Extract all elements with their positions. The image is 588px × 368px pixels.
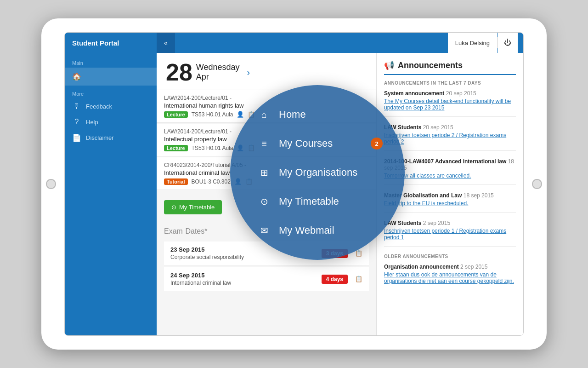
nav-item-courses[interactable]: ≡ My Courses 2 xyxy=(230,129,405,158)
ann-1-sender: System announcement xyxy=(384,90,444,97)
timetable-date-row: 28 Wednesday Apr › xyxy=(166,60,367,84)
older-section-label: OLDER ANNOUNCEMENTS xyxy=(384,254,516,259)
event-1-tag: Lecture xyxy=(164,111,188,118)
event-3-location: BOU1-3 C0.302 xyxy=(192,178,231,185)
sidebar-item-disclaimer[interactable]: 📄 Disclaimer xyxy=(65,130,157,146)
disclaimer-icon: 📄 xyxy=(72,133,81,142)
sidebar-item-feedback[interactable]: 🎙 Feedback xyxy=(65,98,157,114)
ann-older-1-link[interactable]: Hier staan dus ook de announcements van … xyxy=(384,271,516,284)
ann-older-1-sender: Organisation announcement xyxy=(384,264,459,270)
event-1-location: TS53 H0.01 Aula xyxy=(192,111,233,118)
exam-2-name: International criminal law xyxy=(170,280,317,286)
app-title: Student Portal xyxy=(65,33,157,53)
header-right: Luka Delsing ⏻ xyxy=(448,33,523,53)
timetable-month: Apr xyxy=(196,72,240,82)
nav-courses-icon: ≡ xyxy=(258,138,271,149)
ann-1-header: System announcement 20 sep 2015 xyxy=(384,90,516,97)
sidebar-more-label: More xyxy=(65,87,157,98)
sidebar-feedback-label: Feedback xyxy=(86,103,112,110)
timetable-btn-label: My Timetable xyxy=(179,204,215,211)
nav-timetable-icon: ⊙ xyxy=(258,196,271,207)
announcements-title: 📢 Announcements xyxy=(384,60,516,70)
nav-overlay-container: ⌂ Home ≡ My Courses 2 ⊞ My Organisations xyxy=(221,76,414,269)
timetable-day: Wednesday xyxy=(196,63,240,72)
feedback-icon: 🎙 xyxy=(72,102,81,110)
exam-2-icon: 📋 xyxy=(355,276,362,282)
exam-2-info: 24 Sep 2015 International criminal law xyxy=(170,272,317,286)
nav-item-organisations[interactable]: ⊞ My Organisations xyxy=(230,158,405,187)
announcements-heading: Announcements xyxy=(398,61,463,70)
sidebar-item-home[interactable]: 🏠 xyxy=(65,68,157,86)
nav-organisations-icon: ⊞ xyxy=(258,167,271,178)
ann-older-1-date: 2 sep 2015 xyxy=(460,264,487,270)
ann-2-date: 20 sep 2015 xyxy=(423,124,453,131)
exam-row-2: 24 Sep 2015 International criminal law 4… xyxy=(164,267,369,291)
header: Student Portal « Luka Delsing ⏻ xyxy=(65,33,523,53)
announcements-icon: 📢 xyxy=(384,60,394,70)
nav-home-icon: ⌂ xyxy=(258,109,271,120)
timetable-header: 28 Wednesday Apr › xyxy=(157,53,376,90)
exam-2-date: 24 Sep 2015 xyxy=(170,272,317,279)
home-icon: 🏠 xyxy=(72,72,81,81)
announcements-section-label: ANNOUNCEMENTS IN THE LAST 7 DAYS xyxy=(384,80,516,86)
nav-organisations-label: My Organisations xyxy=(279,167,357,178)
help-icon: ? xyxy=(72,118,81,126)
ann-1-date: 20 sep 2015 xyxy=(446,90,476,97)
collapse-button[interactable]: « xyxy=(157,33,175,53)
ann-older-1-header: Organisation announcement 2 sep 2015 xyxy=(384,264,516,270)
nav-webmail-icon: ✉ xyxy=(258,225,271,236)
announcements-divider xyxy=(384,74,516,75)
nav-webmail-label: My Webmail xyxy=(279,224,334,236)
sidebar-disclaimer-label: Disclaimer xyxy=(86,134,114,141)
timetable-date-info: Wednesday Apr xyxy=(196,63,240,82)
exam-title-bold: Exam xyxy=(164,227,183,235)
sidebar-item-help[interactable]: ? Help xyxy=(65,114,157,130)
nav-item-webmail[interactable]: ✉ My Webmail xyxy=(230,216,405,245)
event-3-tag: Tutorial xyxy=(164,178,188,185)
event-2-location: TS53 H0.01 Aula xyxy=(192,145,233,151)
nav-home-label: Home xyxy=(279,109,306,121)
exam-title-sub: Dates* xyxy=(185,227,207,235)
exam-1-icon: 📋 xyxy=(355,250,362,257)
event-2-tag: Lecture xyxy=(164,145,188,151)
ann-4-date: 18 sep 2015 xyxy=(464,192,494,199)
nav-overlay-circle[interactable]: ⌂ Home ≡ My Courses 2 ⊞ My Organisations xyxy=(230,85,405,260)
sidebar-help-label: Help xyxy=(86,119,98,126)
main-layout: Main 🏠 More 🎙 Feedback ? Help 📄 Disclaim… xyxy=(65,53,523,335)
app-container: Student Portal « Luka Delsing ⏻ Main 🏠 M… xyxy=(64,32,524,336)
my-timetable-button[interactable]: ⊙ My Timetable xyxy=(164,200,222,214)
nav-item-home[interactable]: ⌂ Home xyxy=(230,100,405,129)
timetable-btn-icon: ⊙ xyxy=(171,204,176,211)
sidebar-main-label: Main xyxy=(65,57,157,68)
nav-courses-badge: 2 xyxy=(371,138,383,150)
nav-courses-label: My Courses xyxy=(279,138,333,150)
power-button[interactable]: ⏻ xyxy=(498,33,518,53)
user-name: Luka Delsing xyxy=(448,33,497,53)
header-left: Student Portal « xyxy=(65,33,175,53)
tablet-button-left xyxy=(46,179,56,189)
content-area: 28 Wednesday Apr › LAW/2014-200/Lecture/… xyxy=(157,53,523,335)
sidebar: Main 🏠 More 🎙 Feedback ? Help 📄 Disclaim… xyxy=(65,53,157,335)
exam-2-badge: 4 days xyxy=(322,275,348,284)
nav-timetable-label: My Timetable xyxy=(279,196,339,207)
ann-5-date: 2 sep 2015 xyxy=(423,220,450,226)
nav-item-timetable[interactable]: ⊙ My Timetable xyxy=(230,187,405,216)
announcement-older-1: Organisation announcement 2 sep 2015 Hie… xyxy=(384,264,516,290)
timetable-next-button[interactable]: › xyxy=(247,67,250,78)
timetable-date-number: 28 xyxy=(166,60,192,84)
tablet-button-right xyxy=(532,179,542,189)
